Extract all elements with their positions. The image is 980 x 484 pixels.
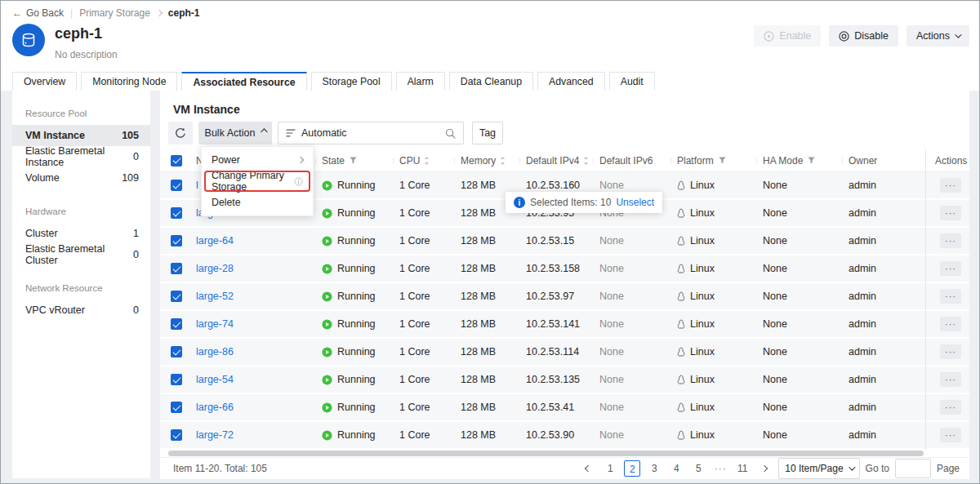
horizontal-scrollbar[interactable]: [168, 451, 924, 456]
column-header-platform[interactable]: Platform: [670, 155, 756, 167]
row-actions-button[interactable]: ···: [940, 372, 961, 387]
vm-name-link[interactable]: large-72: [196, 429, 234, 441]
row-checkbox[interactable]: [171, 318, 182, 330]
vm-name-link[interactable]: large-52: [196, 291, 234, 302]
row-actions-button[interactable]: ···: [940, 317, 961, 331]
disable-button[interactable]: Disable: [829, 25, 898, 47]
tab-overview[interactable]: Overview: [12, 72, 77, 91]
page-button-5[interactable]: 5: [690, 460, 706, 477]
row-actions-button[interactable]: ···: [940, 206, 961, 220]
breadcrumb-section[interactable]: Primary Storage: [79, 7, 150, 19]
row-actions-button[interactable]: ···: [940, 289, 961, 304]
sort-icon[interactable]: [583, 156, 589, 166]
vm-name-link[interactable]: large-54: [196, 374, 234, 385]
column-header-cpu[interactable]: CPU: [393, 155, 454, 167]
next-page-button[interactable]: [756, 460, 773, 477]
column-header-memory[interactable]: Memory: [454, 155, 519, 167]
vm-name-link[interactable]: large-74: [196, 318, 234, 330]
ipv6-value: None: [599, 291, 624, 302]
tab-audit[interactable]: Audit: [609, 72, 655, 91]
bulk-action-button[interactable]: Bulk Action: [198, 122, 272, 144]
row-actions-button[interactable]: ···: [940, 233, 961, 248]
tab-associated-resource[interactable]: Associated Resource: [181, 72, 306, 91]
sidebar-item-count: 0: [133, 151, 139, 162]
row-checkbox[interactable]: [171, 291, 182, 302]
menu-item-label: Change Primary Storage: [212, 170, 288, 193]
running-state-icon: [322, 180, 332, 191]
state-text: Running: [337, 180, 376, 191]
row-checkbox[interactable]: [171, 374, 182, 385]
vm-name-link[interactable]: l: [196, 180, 198, 191]
tag-button[interactable]: Tag: [472, 122, 503, 144]
row-checkbox[interactable]: [171, 346, 182, 357]
sidebar-item-elastic-baremetal-cluster[interactable]: Elastic Baremetal Cluster0: [12, 244, 150, 265]
vm-name-link[interactable]: large-66: [196, 402, 234, 413]
sidebar-item-volume[interactable]: Volume109: [12, 167, 150, 189]
tab-storage-pool[interactable]: Storage Pool: [311, 72, 392, 91]
page-size-value: 10 Item/Page: [785, 463, 843, 474]
page-button-2[interactable]: 2: [624, 460, 640, 477]
search-box[interactable]: Automatic: [278, 122, 464, 144]
running-state-icon: [322, 347, 332, 357]
sidebar-item-cluster[interactable]: Cluster1: [12, 223, 150, 244]
tab-advanced[interactable]: Advanced: [537, 72, 605, 91]
owner-cell: admin: [842, 207, 925, 219]
row-actions-button[interactable]: ···: [940, 178, 961, 193]
vm-name-link[interactable]: large-28: [196, 263, 234, 274]
page-button-4[interactable]: 4: [668, 460, 684, 477]
sort-icon[interactable]: [500, 156, 506, 166]
enable-button[interactable]: Enable: [754, 25, 821, 47]
search-mode[interactable]: Automatic: [301, 127, 347, 139]
ipv6-cell: None: [593, 318, 670, 330]
sort-icon[interactable]: [424, 156, 430, 166]
goto-page-input[interactable]: [895, 459, 931, 478]
table-footer: Item 11-20. Total: 105 12345···11 10 Ite…: [160, 457, 969, 478]
column-header-state[interactable]: State: [315, 155, 393, 167]
vm-name-link[interactable]: large-64: [196, 235, 234, 246]
app-window: ← Go Back | Primary Storage ceph-1 ceph-…: [0, 0, 980, 484]
tab-monitoring-node[interactable]: Monitoring Node: [81, 72, 177, 91]
page-button-1[interactable]: 1: [602, 460, 618, 477]
platform-value: Linux: [690, 374, 715, 385]
menu-item-power[interactable]: Power: [202, 150, 313, 170]
filter-icon[interactable]: [349, 156, 358, 165]
running-state-icon: [322, 375, 332, 385]
go-back-link[interactable]: ← Go Back: [12, 7, 64, 19]
row-actions-button[interactable]: ···: [940, 344, 961, 359]
sidebar-item-vpc-vrouter[interactable]: VPC vRouter0: [12, 300, 150, 321]
refresh-button[interactable]: [168, 122, 193, 144]
page-button-3[interactable]: 3: [646, 460, 662, 477]
row-checkbox[interactable]: [171, 402, 182, 413]
menu-item-change-primary-storage[interactable]: Change Primary Storage: [202, 170, 313, 193]
ha-cell: None: [756, 235, 842, 246]
tab-data-cleanup[interactable]: Data Cleanup: [449, 72, 533, 91]
tab-alarm[interactable]: Alarm: [396, 72, 445, 91]
row-checkbox[interactable]: [171, 263, 182, 274]
vm-name-link[interactable]: large-86: [196, 346, 234, 357]
menu-item-delete[interactable]: Delete: [202, 193, 313, 212]
row-actions-button[interactable]: ···: [940, 400, 961, 415]
column-header-default-ipv4[interactable]: Default IPv4: [519, 155, 593, 167]
row-actions-button[interactable]: ···: [940, 428, 961, 442]
sidebar-item-vm-instance[interactable]: VM Instance105: [12, 125, 150, 146]
row-actions-button[interactable]: ···: [940, 261, 961, 276]
memory-cell: 128 MB: [454, 180, 519, 191]
select-all-checkbox[interactable]: [171, 155, 182, 167]
page-button-11[interactable]: 11: [734, 460, 751, 477]
filter-icon[interactable]: [807, 156, 816, 165]
row-checkbox[interactable]: [171, 429, 182, 441]
page-size-select[interactable]: 10 Item/Page: [778, 458, 859, 479]
name-cell: large-28: [193, 263, 315, 274]
filter-icon[interactable]: [718, 156, 727, 165]
row-checkbox[interactable]: [171, 235, 182, 246]
actions-cell: ···: [925, 428, 969, 442]
row-checkbox[interactable]: [171, 207, 182, 219]
actions-button[interactable]: Actions: [906, 25, 969, 47]
row-checkbox[interactable]: [171, 180, 182, 191]
search-icon[interactable]: [445, 128, 456, 139]
unselect-link[interactable]: Unselect: [616, 197, 654, 208]
prev-page-button[interactable]: [580, 460, 596, 477]
cpu-value: 1 Core: [399, 429, 430, 441]
sidebar-item-elastic-baremetal-instance[interactable]: Elastic Baremetal Instance0: [12, 146, 150, 167]
column-header-ha-mode[interactable]: HA Mode: [756, 155, 842, 167]
